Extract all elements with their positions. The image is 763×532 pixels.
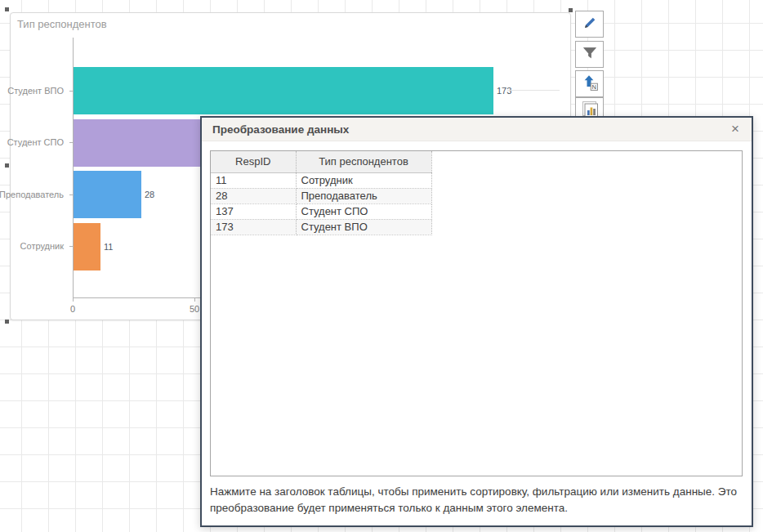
resize-handle-top-right[interactable] [569,8,573,12]
column-header-respid[interactable]: RespID [211,151,296,172]
table-row: 11 Сотрудник [211,172,431,188]
sort-by-argument-icon: N [580,73,600,96]
bar-prepodavatel[interactable] [74,171,141,218]
data-transformation-dialog: Преобразование данных × RespID Тип респо… [200,116,753,527]
data-grid-container: RespID Тип респондентов 11 Сотрудник 28 … [210,150,743,476]
value-label-leader-line [507,90,560,91]
table-row: 173 Студент ВПО [211,219,431,235]
cell-respid: 28 [211,188,296,203]
category-label: Преподаватель [0,190,64,199]
category-tick [69,142,73,143]
resize-handle-bottom-left[interactable] [5,320,9,324]
x-axis-tick [194,297,195,302]
category-label: Студент ВПО [7,86,64,96]
filter-button[interactable] [575,41,604,68]
filter-icon [581,44,599,65]
table-row: 137 Студент СПО [211,203,431,219]
table-header-row: RespID Тип респондентов [211,151,431,172]
bar-value-label: 28 [145,190,154,199]
close-icon[interactable]: × [727,120,743,138]
cell-type: Студент СПО [296,203,431,219]
category-tick [69,246,73,247]
dialog-title: Преобразование данных [212,118,349,141]
cell-respid: 173 [211,219,296,235]
category-tick [69,194,73,195]
cell-respid: 11 [211,172,296,188]
table-row: 28 Преподаватель [211,188,431,203]
sort-button[interactable]: N [575,70,604,97]
data-grid: RespID Тип респондентов 11 Сотрудник 28 … [211,151,432,235]
cell-type: Сотрудник [296,172,431,188]
sort-badge-label: N [591,83,596,90]
category-label: Сотрудник [20,241,64,251]
pencil-icon [581,14,599,35]
x-axis-tick-label: 0 [63,304,83,314]
dialog-hint-text: Нажмите на заголовок таблицы, чтобы прим… [210,484,746,516]
cell-respid: 137 [211,203,296,219]
resize-handle-top-left[interactable] [5,7,9,11]
bar-value-label: 11 [104,242,113,252]
resize-handle-left-middle[interactable] [5,163,9,168]
cell-type: Студент ВПО [296,219,431,235]
dashboard-designer-canvas: { "canvas": { "grid_color": "#e9e9e9" },… [0,0,763,532]
x-axis-tick [73,297,74,302]
bar-sotrudnik[interactable] [74,223,100,270]
column-header-type[interactable]: Тип респондентов [296,151,431,172]
chart-panel-title: Тип респондентов [17,18,107,30]
bar-value-label: 173 [497,86,511,96]
edit-button[interactable] [575,11,604,38]
category-label: Студент СПО [7,137,64,147]
bar-student-vpo[interactable] [74,67,493,114]
dialog-header: Преобразование данных × [202,118,752,141]
category-tick [69,91,73,92]
cell-type: Преподаватель [296,188,431,203]
